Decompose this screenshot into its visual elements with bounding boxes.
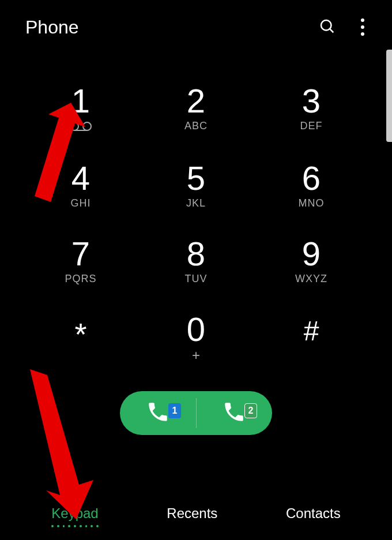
key-2[interactable]: 2 ABC [150,84,242,134]
more-icon[interactable] [359,16,367,38]
tab-label: Keypad [51,505,98,521]
scroll-edge [386,50,392,142]
call-pill: 1 2 [120,391,272,435]
key-sub: + [192,347,200,363]
key-sub: WXYZ [295,273,327,285]
bottom-tabs: Keypad Recents Contacts [0,505,392,526]
key-4[interactable]: 4 GHI [35,162,127,209]
key-8[interactable]: 8 TUV [150,237,242,285]
key-sub: ABC [184,120,208,132]
key-digit: 9 [302,237,321,271]
key-sub: PQRS [65,273,96,285]
key-digit: 2 [187,84,205,118]
phone-icon [222,400,246,426]
app-header: Phone [0,0,392,50]
key-digit: 6 [302,162,321,195]
tab-label: Recents [167,505,217,521]
key-0[interactable]: 0 + [150,313,242,363]
search-icon[interactable] [318,17,336,37]
call-sim1-button[interactable]: 1 [120,400,196,426]
key-1[interactable]: 1 [35,84,127,134]
svg-point-3 [83,122,91,130]
key-sub: GHI [70,197,91,209]
svg-point-0 [321,20,331,31]
svg-line-1 [330,29,334,33]
key-digit: 7 [71,237,90,271]
tab-active-indicator [51,525,98,527]
voicemail-icon [69,121,92,134]
key-hash[interactable]: # [265,313,357,363]
call-sim2-button[interactable]: 2 [196,400,272,426]
header-actions [318,16,367,38]
key-digit: # [304,317,319,345]
key-sub: TUV [185,273,208,285]
key-6[interactable]: 6 MNO [265,162,357,209]
key-sub: JKL [186,197,206,209]
tab-recents[interactable]: Recents [167,505,217,526]
keypad: 1 2 ABC 3 DEF 4 GHI 5 JKL [0,84,392,363]
sim2-badge: 2 [244,403,257,418]
key-sub: MNO [299,197,325,209]
tab-contacts[interactable]: Contacts [286,505,341,526]
call-buttons: 1 2 [0,391,392,435]
key-digit: 5 [187,162,205,195]
key-digit: 8 [187,237,205,271]
key-9[interactable]: 9 WXYZ [265,237,357,285]
svg-point-2 [70,122,78,130]
tab-keypad[interactable]: Keypad [51,505,98,526]
key-digit: 3 [302,84,321,118]
key-3[interactable]: 3 DEF [265,84,357,134]
key-digit: 4 [71,162,90,195]
key-digit: * [74,318,86,350]
key-sub: DEF [300,120,323,132]
key-digit: 1 [71,84,90,118]
tab-label: Contacts [286,505,341,521]
key-digit: 0 [187,313,205,346]
app-title: Phone [25,17,79,38]
key-5[interactable]: 5 JKL [150,162,242,209]
key-7[interactable]: 7 PQRS [35,237,127,285]
phone-icon [146,400,170,426]
sim1-badge: 1 [168,403,181,418]
key-star[interactable]: * [35,313,127,363]
